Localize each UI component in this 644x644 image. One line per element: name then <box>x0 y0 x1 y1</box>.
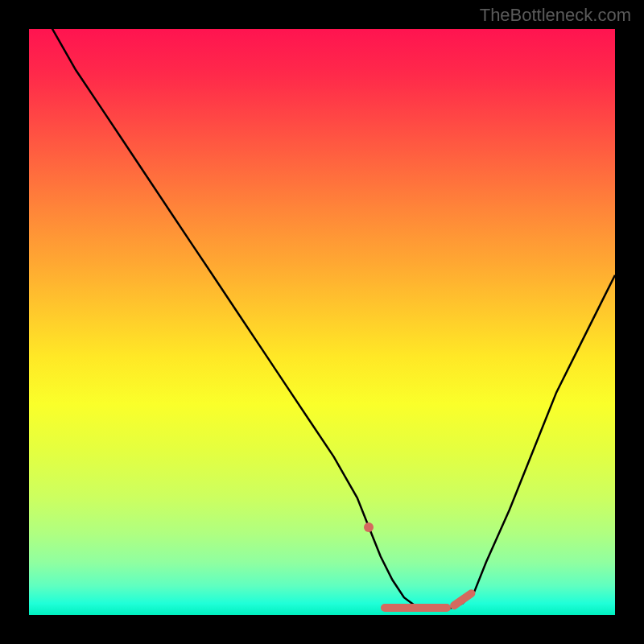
marker-dot <box>364 522 374 532</box>
curve-line <box>29 29 615 615</box>
watermark-text: TheBottleneck.com <box>480 5 631 26</box>
plot-area <box>29 29 615 615</box>
marker-flat-segment <box>381 604 451 612</box>
